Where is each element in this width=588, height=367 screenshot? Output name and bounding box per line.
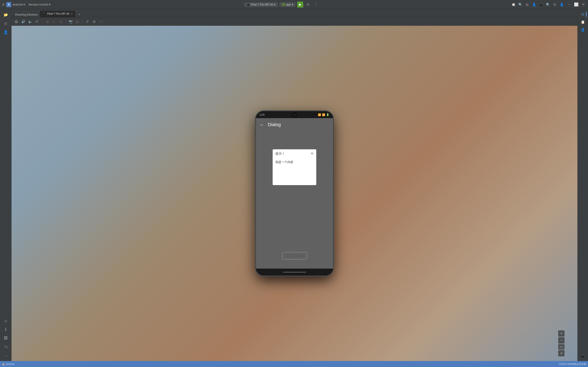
app-screen-title: Dialog	[268, 122, 281, 127]
running-devices-label: Running Devices	[15, 13, 38, 16]
right-sidebar-bottom-icon[interactable]: 📱	[579, 352, 587, 360]
phone-status-bar: 2:23 📶 📶 🔋	[256, 111, 333, 118]
toolbar-separator2	[65, 19, 66, 24]
sidebar-commit-icon[interactable]: ⊙	[2, 19, 10, 27]
volume-down-button[interactable]: 🔈	[27, 19, 33, 25]
content-area: Running Devices 📱 Pixel 7 Pro API 34 ✕ +…	[11, 9, 578, 361]
phone-camera-lens	[293, 114, 296, 116]
status-right: CSDN ©程序喵正在奔跑	[559, 362, 586, 366]
hamburger-icon[interactable]: ☰	[2, 3, 5, 6]
dialog-body: 我是一个内容	[273, 158, 316, 185]
overview-button[interactable]: □	[58, 19, 64, 25]
version-control-label: Version control	[28, 3, 48, 6]
android-label: android	[6, 363, 15, 365]
app-selector[interactable]: 🌿 app ▾	[279, 2, 295, 7]
project-selector[interactable]: android ▾	[13, 3, 25, 6]
pixel-tab-close[interactable]: ✕	[71, 12, 73, 15]
right-sidebar-user-icon[interactable]: 👤	[579, 26, 587, 33]
account-icon[interactable]: 👤	[559, 2, 565, 8]
zoom-controls: + − 1:1 ⊡	[558, 330, 565, 357]
sidebar-bug-icon[interactable]: ⚠	[2, 317, 10, 325]
run-button[interactable]: ▶	[297, 2, 303, 8]
zoom-in-button[interactable]: +	[558, 330, 565, 337]
app-content-area: 自定义dialog 提示！ ✕ 我是一个内容	[256, 131, 333, 269]
device-dropdown-icon: ▾	[274, 3, 275, 6]
emulator-area: 2:23 📶 📶 🔋 ←	[11, 26, 578, 361]
status-bar: 🤖 android CSDN ©程序喵正在奔跑	[0, 361, 588, 367]
app-dropdown-icon: ▾	[292, 3, 293, 6]
version-control-button[interactable]: Version control ▾	[26, 2, 52, 7]
add-tab-button[interactable]: +	[77, 12, 82, 17]
title-bar-center: 📱 Pixel 7 Pro API 34 ▾ 🌿 app ▾ ▶ ⚙ ⋮	[54, 2, 509, 8]
wifi-icon: 📶	[318, 113, 321, 116]
version-control-dropdown-icon: ▾	[49, 3, 51, 6]
toolbar-separator3	[82, 19, 82, 24]
zoom-fit-button[interactable]: ⊡	[558, 350, 565, 357]
device2-icon[interactable]: 📱	[538, 2, 544, 8]
back-button[interactable]: ◁	[44, 19, 50, 25]
emulator-toolbar: ⏻ 🔊 🔈 ⟳ ◁ ○ □ 📷 🎥 ↺ ⊞ ⋯	[11, 17, 578, 26]
pixel-tab-label: Pixel 7 Pro API 34	[47, 12, 69, 15]
camera-button[interactable]: 🎥	[74, 19, 80, 25]
status-android[interactable]: 🤖 android	[2, 363, 15, 366]
app-back-button[interactable]: ←	[259, 122, 264, 127]
phone-container: 2:23 📶 📶 🔋 ←	[255, 111, 334, 276]
device-selector[interactable]: 📱 Pixel 7 Pro API 34 ▾	[244, 2, 278, 7]
phone-camera	[292, 112, 297, 118]
sidebar-people-icon[interactable]: 👤	[2, 28, 10, 36]
screenshot-button[interactable]: 📷	[68, 19, 73, 25]
phone-time: 2:23	[259, 113, 264, 116]
settings-icon[interactable]: ⚙	[552, 2, 558, 8]
right-sidebar-clipboard-icon[interactable]: 📋	[579, 18, 587, 26]
tab-bar: Running Devices 📱 Pixel 7 Pro API 34 ✕ +	[11, 9, 578, 17]
dialog-box: 提示！ ✕ 我是一个内容	[273, 149, 316, 185]
running-devices-tab[interactable]: Running Devices	[13, 12, 40, 17]
app-name: app	[286, 3, 291, 6]
fold-button[interactable]: ⊞	[91, 19, 97, 25]
power-button[interactable]: ⏻	[13, 19, 19, 25]
sidebar-image-icon[interactable]: 🖼	[2, 334, 10, 342]
rotate-button[interactable]: ⟳	[34, 19, 40, 25]
sidebar-info-icon[interactable]: ℹ	[2, 325, 10, 334]
minimize-button[interactable]: −	[566, 2, 572, 8]
toolbar-separator	[42, 19, 42, 24]
sidebar-folder-icon[interactable]: 📁	[2, 10, 10, 19]
search2-icon[interactable]: 🔍	[517, 2, 523, 8]
app-logo: A	[6, 2, 11, 7]
app-icon: 🌿	[282, 3, 285, 6]
more-run-options[interactable]: ⋮	[313, 2, 319, 8]
dialog-title-row: 提示！ ✕	[273, 149, 316, 158]
project-name: android	[13, 3, 23, 6]
sidebar-more-icon[interactable]: ⋯	[2, 351, 10, 360]
phone-screen: ← Dialog 自定义dialog 提示！ ✕	[256, 118, 333, 269]
custom-dialog-button[interactable]: 自定义dialog	[282, 252, 307, 259]
pixel-tab-icon: 📱	[43, 12, 46, 15]
android-icon: 🤖	[2, 363, 5, 366]
layout-icon[interactable]: ⊞	[524, 2, 530, 8]
close-button[interactable]: ✕	[580, 2, 586, 8]
search-icon[interactable]: 🔍	[545, 2, 551, 8]
rotate-left-button[interactable]: ↺	[84, 19, 90, 25]
battery-icon: 🔋	[326, 113, 329, 116]
pixel-tab[interactable]: 📱 Pixel 7 Pro API 34 ✕	[40, 10, 76, 17]
dialog-content-text: 我是一个内容	[275, 160, 293, 164]
zoom-label[interactable]: 1:1	[558, 344, 565, 350]
volume-up-button[interactable]: 🔊	[20, 19, 26, 25]
profile-icon[interactable]: 🔲	[510, 2, 516, 8]
csdn-label: CSDN ©程序喵正在奔跑	[559, 362, 586, 366]
sync-button[interactable]: ⚙	[305, 2, 311, 8]
home-button[interactable]: ○	[51, 19, 57, 25]
sidebar-git-icon[interactable]: ⌥	[2, 343, 10, 351]
title-bar: ☰ A android ▾ Version control ▾ 📱 Pixel …	[0, 0, 588, 9]
right-sidebar-layout-icon[interactable]: ⊟	[579, 10, 587, 18]
zoom-out-button[interactable]: −	[558, 337, 565, 344]
more-options-button[interactable]: ⋯	[98, 19, 104, 25]
project-dropdown-icon: ▾	[23, 3, 25, 6]
dialog-close-button[interactable]: ✕	[311, 152, 313, 156]
left-sidebar: 📁 ⊙ 👤 ⚠ ℹ 🖼 ⌥ ⋯	[0, 9, 11, 361]
maximize-button[interactable]: ⬜	[573, 2, 579, 8]
people-icon[interactable]: 👤	[531, 2, 537, 8]
dialog-title-text: 提示！	[275, 152, 285, 156]
signal-icon: 📶	[322, 113, 325, 116]
phone-status-icons: 📶 📶 🔋	[318, 113, 329, 116]
